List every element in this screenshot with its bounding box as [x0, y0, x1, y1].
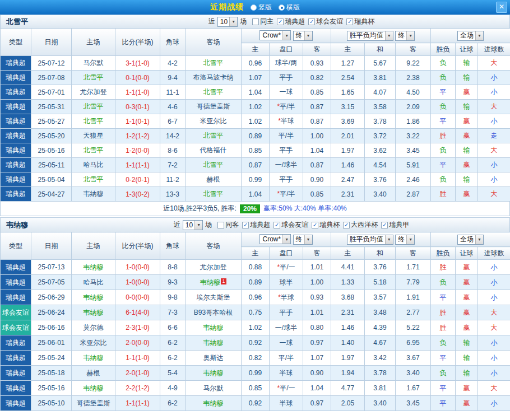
result-cell: 负 — [431, 71, 456, 85]
win-odds-cell: 1.97 — [331, 143, 365, 158]
home-team-cell: 哈马比 — [72, 275, 115, 290]
period-select[interactable]: 终▼ — [293, 235, 313, 245]
league-cell: 瑞典超 — [1, 85, 31, 100]
layout-radio-horizontal[interactable]: 横版 — [279, 3, 300, 12]
checkbox-checked-icon[interactable]: ✓ — [242, 222, 249, 228]
goals-result-cell: 大 — [478, 187, 510, 202]
crow-home-odds-cell: 0.75 — [242, 305, 270, 320]
checkbox-checked-icon[interactable]: ✓ — [308, 18, 315, 25]
date-cell: 25-05-20 — [31, 129, 72, 143]
bookmaker-select[interactable]: Crow*▼ — [259, 30, 291, 40]
checkbox-checked-icon[interactable]: ✓ — [343, 222, 350, 228]
odds-type-select[interactable]: 胜平负均值▼ — [347, 235, 393, 245]
handicap-cell: *平/半 — [270, 187, 303, 202]
checkbox-checked-icon[interactable]: ✓ — [277, 18, 284, 25]
score-cell: 1-1(1-0) — [115, 351, 160, 366]
match-row: 瑞典超25-05-10哥德堡盖斯1-1(1-1)6-2韦纳穆0.92半球0.97… — [1, 396, 510, 411]
crow-away-odds-cell: 1.00 — [303, 275, 331, 290]
handicap-star: * — [277, 263, 280, 271]
scope-select[interactable]: 全场▼ — [457, 31, 484, 41]
checkbox-unchecked-icon[interactable] — [252, 18, 259, 25]
bookmaker-select[interactable]: Crow*▼ — [259, 234, 291, 244]
result-cell: 平 — [431, 85, 456, 100]
checkbox-checked-icon[interactable]: ✓ — [381, 222, 388, 228]
crow-away-odds-cell: 0.90 — [303, 366, 331, 381]
filter-checkbox[interactable]: ✓瑞典超 — [277, 17, 305, 26]
filter-checkbox[interactable]: ✓瑞典超 — [242, 220, 270, 230]
filter-checkbox[interactable]: ✓球会友谊 — [308, 17, 343, 26]
win-odds-cell: 2.01 — [331, 129, 365, 143]
match-row: 瑞典超25-05-20天狼星1-2(1-2)14-2北雪平0.89平/半1.00… — [1, 129, 510, 143]
close-button[interactable]: ✕ — [496, 2, 507, 13]
count-select[interactable]: 10 ▼ — [183, 220, 203, 230]
draw-odds-cell: 3.62 — [365, 143, 396, 158]
col-draw-odds: 和 — [365, 43, 396, 56]
checkbox-label: 球会友谊 — [316, 17, 343, 26]
filter-checkbox[interactable]: ✓瑞典杯 — [312, 220, 340, 230]
goals-result-cell: 小 — [478, 114, 510, 129]
match-row: 瑞典超25-05-04北雪平0-2(0-1)11-2赫根0.99平手0.902.… — [1, 172, 510, 187]
crow-away-odds-cell: 0.85 — [303, 85, 331, 100]
near-label: 近 — [208, 17, 215, 26]
score-cell: 1-2(0-0) — [115, 143, 160, 158]
corners-cell: 7-2 — [160, 158, 186, 172]
games-label: 场 — [240, 17, 247, 26]
handicap-result-cell: 赢 — [456, 85, 478, 100]
period-select[interactable]: 终▼ — [293, 31, 313, 41]
home-team-cell: 北雪平 — [72, 71, 115, 85]
handicap-cell: *半球 — [270, 290, 303, 305]
crow-home-odds-cell: 1.07 — [242, 71, 270, 85]
result-cell: 胜 — [431, 320, 456, 335]
period-select[interactable]: 终▼ — [395, 31, 415, 41]
draw-odds-cell: 3.81 — [365, 71, 396, 85]
win-odds-cell: 1.27 — [331, 56, 365, 71]
home-team-cell: 米亚尔比 — [72, 335, 115, 351]
filter-checkbox[interactable]: 同客 — [217, 220, 239, 230]
home-team-cell: 马尔默 — [72, 56, 115, 71]
layout-radio-vertical[interactable]: 竖版 — [251, 3, 272, 12]
handicap-star: * — [277, 102, 280, 110]
radio-icon[interactable] — [251, 4, 257, 11]
filter-checkbox[interactable]: 同主 — [252, 17, 273, 26]
filter-checkbox[interactable]: ✓球会友谊 — [273, 220, 308, 230]
odds-type-select[interactable]: 胜平负均值▼ — [347, 31, 393, 41]
crow-away-odds-cell: 1.00 — [303, 129, 331, 143]
checkbox-checked-icon[interactable]: ✓ — [273, 222, 280, 228]
result-cell: 平 — [431, 381, 456, 396]
scope-value: 全场 — [460, 235, 474, 244]
date-cell: 25-06-01 — [31, 335, 72, 351]
filter-checkbox[interactable]: ✓瑞典甲 — [381, 220, 409, 230]
col-result: 胜负 — [431, 247, 456, 260]
away-team-cell: 埃尔夫斯堡 — [186, 290, 242, 305]
radio-selected-icon[interactable] — [279, 4, 285, 11]
checkbox-checked-icon[interactable]: ✓ — [312, 222, 318, 228]
filter-checkbox[interactable]: ✓大西洋杯 — [343, 220, 378, 230]
home-team-cell: 北雪平 — [72, 143, 115, 158]
result-cell: 负 — [431, 172, 456, 187]
crow-home-odds-cell: 1.04 — [242, 85, 270, 100]
win-odds-cell: 1.40 — [331, 335, 365, 351]
filter-checkbox[interactable]: ✓瑞典杯 — [346, 17, 374, 26]
crow-home-odds-cell: 0.89 — [242, 129, 270, 143]
crow-away-odds-cell: 1.04 — [303, 381, 331, 396]
date-cell: 25-05-11 — [31, 158, 72, 172]
lose-odds-cell: 2.87 — [396, 187, 431, 202]
count-select[interactable]: 10 ▼ — [217, 17, 238, 27]
odds-type-value: 胜平负均值 — [350, 235, 383, 244]
date-cell: 25-05-24 — [31, 351, 72, 366]
date-cell: 25-07-12 — [31, 56, 72, 71]
checkbox-unchecked-icon[interactable] — [217, 222, 224, 228]
odds-group-header: 胜平负均值▼ 终▼ — [331, 29, 431, 43]
result-cell: 平 — [431, 396, 456, 411]
handicap-cell: 一球 — [270, 335, 303, 351]
draw-odds-cell: 3.78 — [365, 366, 396, 381]
scope-select[interactable]: 全场▼ — [457, 235, 484, 245]
checkbox-checked-icon[interactable]: ✓ — [346, 18, 353, 25]
chevron-down-icon: ▼ — [385, 31, 393, 40]
col-handicap: 盘口 — [270, 247, 303, 260]
away-team-cell: 哥德堡盖斯 — [186, 100, 242, 114]
goals-result-cell: 小 — [478, 71, 510, 85]
away-team-cell: 北雪平 — [186, 158, 242, 172]
period-select[interactable]: 终▼ — [395, 235, 415, 245]
col-date: 日期 — [31, 232, 72, 260]
